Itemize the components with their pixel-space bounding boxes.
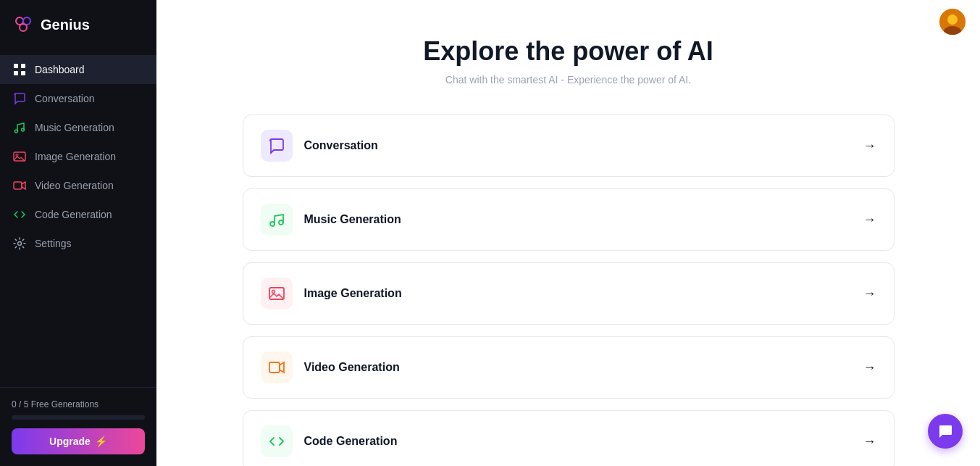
sidebar: Genius Dashboard Conversation xyxy=(0,0,156,466)
sidebar-item-code-generation[interactable]: Code Generation xyxy=(0,200,156,229)
card-icon-image xyxy=(261,278,293,309)
logo-icon xyxy=(13,14,33,35)
card-label-music: Music Generation xyxy=(304,213,401,226)
sidebar-footer: 0 / 5 Free Generations Upgrade ⚡ xyxy=(0,387,156,466)
card-conversation[interactable]: Conversation → xyxy=(243,115,895,177)
svg-point-7 xyxy=(15,130,18,133)
sidebar-item-settings[interactable]: Settings xyxy=(0,229,156,258)
sidebar-item-music-generation[interactable]: Music Generation xyxy=(0,113,156,142)
sidebar-item-conversation[interactable]: Conversation xyxy=(0,84,156,113)
card-icon-music xyxy=(261,204,293,236)
sidebar-item-label: Image Generation xyxy=(35,151,116,162)
svg-point-8 xyxy=(22,128,25,131)
card-left: Code Generation xyxy=(261,425,398,457)
card-left: Music Generation xyxy=(261,204,401,236)
avatar[interactable] xyxy=(939,9,966,35)
arrow-icon-video: → xyxy=(863,360,876,375)
svg-rect-5 xyxy=(14,71,18,75)
card-icon-video xyxy=(261,351,293,383)
card-left: Video Generation xyxy=(261,351,400,383)
svg-rect-20 xyxy=(269,362,280,373)
card-video-generation[interactable]: Video Generation → xyxy=(243,336,895,399)
top-bar xyxy=(925,0,980,43)
card-label-video: Video Generation xyxy=(304,361,400,374)
music-icon xyxy=(13,121,26,134)
arrow-icon-code: → xyxy=(863,434,876,449)
svg-point-12 xyxy=(18,242,22,246)
code-icon xyxy=(13,208,26,221)
svg-point-2 xyxy=(20,24,27,31)
card-label-conversation: Conversation xyxy=(304,139,378,152)
sidebar-item-image-generation[interactable]: Image Generation xyxy=(0,142,156,171)
card-image-generation[interactable]: Image Generation → xyxy=(243,262,895,325)
lightning-icon: ⚡ xyxy=(95,436,107,447)
card-music-generation[interactable]: Music Generation → xyxy=(243,188,895,251)
card-label-image: Image Generation xyxy=(304,287,402,300)
cards-list: Conversation → Music Generation xyxy=(243,115,895,466)
upgrade-button[interactable]: Upgrade ⚡ xyxy=(12,428,145,454)
main-content: Explore the power of AI Chat with the sm… xyxy=(156,0,980,466)
sidebar-item-label: Code Generation xyxy=(35,209,112,220)
chat-icon xyxy=(13,92,26,105)
arrow-icon-image: → xyxy=(863,286,876,301)
progress-bar-container xyxy=(12,415,145,420)
card-icon-code xyxy=(261,425,293,457)
arrow-icon-conversation: → xyxy=(863,138,876,154)
video-icon xyxy=(13,179,26,192)
upgrade-label: Upgrade xyxy=(49,436,91,447)
free-gen-label: 0 / 5 Free Generations xyxy=(12,399,145,409)
content-area: Explore the power of AI Chat with the sm… xyxy=(156,0,980,466)
card-code-generation[interactable]: Code Generation → xyxy=(243,410,895,466)
svg-rect-6 xyxy=(21,71,25,75)
svg-rect-4 xyxy=(21,64,25,68)
image-icon xyxy=(13,150,26,163)
svg-point-16 xyxy=(270,222,275,226)
svg-rect-3 xyxy=(14,64,18,68)
svg-point-19 xyxy=(272,291,275,294)
sidebar-item-label: Video Generation xyxy=(35,180,114,191)
sidebar-item-dashboard[interactable]: Dashboard xyxy=(0,55,156,84)
logo-text: Genius xyxy=(41,17,90,33)
arrow-icon-music: → xyxy=(863,212,876,228)
sidebar-nav: Dashboard Conversation Music Generation xyxy=(0,49,156,387)
sidebar-item-label: Settings xyxy=(35,238,72,249)
sidebar-item-label: Music Generation xyxy=(35,122,114,133)
svg-point-14 xyxy=(947,14,958,25)
page-subtitle: Chat with the smartest AI - Experience t… xyxy=(445,74,691,86)
svg-rect-11 xyxy=(14,182,22,189)
chat-bubble-button[interactable] xyxy=(928,414,963,449)
grid-icon xyxy=(13,63,26,76)
card-label-code: Code Generation xyxy=(304,435,398,448)
card-left: Conversation xyxy=(261,130,378,162)
logo[interactable]: Genius xyxy=(0,0,156,49)
card-left: Image Generation xyxy=(261,278,402,309)
svg-point-10 xyxy=(16,154,18,157)
settings-icon xyxy=(13,237,26,250)
svg-point-17 xyxy=(279,220,283,225)
sidebar-item-label: Conversation xyxy=(35,93,95,104)
sidebar-item-label: Dashboard xyxy=(35,64,85,75)
sidebar-item-video-generation[interactable]: Video Generation xyxy=(0,171,156,200)
page-title: Explore the power of AI xyxy=(423,36,713,67)
card-icon-conversation xyxy=(261,130,293,162)
